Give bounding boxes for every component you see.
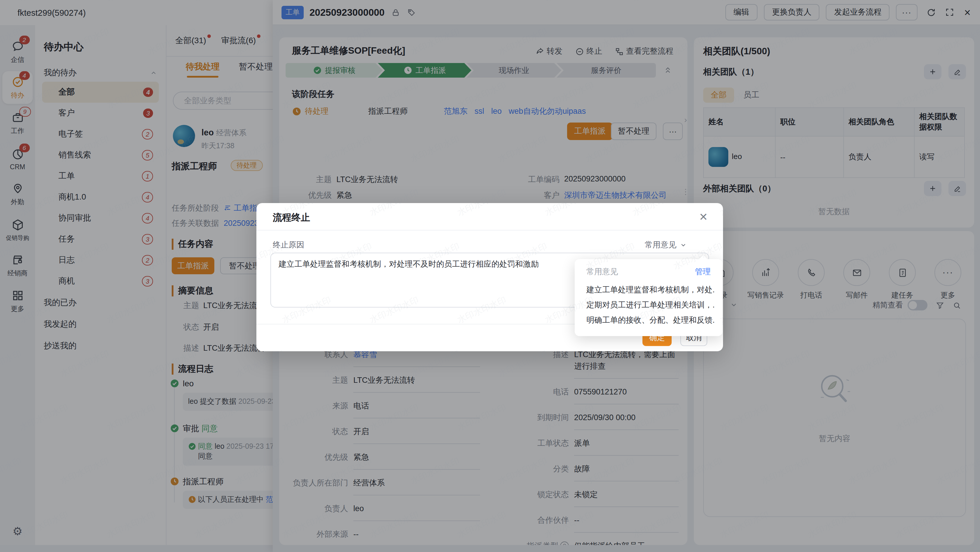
opinion-option[interactable]: 明确工单的接收、分配、处理和反馈...	[586, 315, 714, 325]
modal-title: 流程终止	[273, 212, 310, 224]
manage-link[interactable]: 管理	[695, 266, 711, 277]
common-opinions-dropdown: 常用意见 管理 建立工单处理监督和考核机制，对处... 定期对员工进行工单处理相…	[575, 259, 722, 336]
common-opinions-trigger[interactable]: 常用意见	[645, 240, 687, 250]
opinion-option[interactable]: 建立工单处理监督和考核机制，对处...	[586, 285, 714, 295]
opinion-option[interactable]: 定期对员工进行工单处理相关培训，...	[586, 300, 714, 311]
dropdown-header: 常用意见	[586, 266, 618, 277]
reason-label: 终止原因	[273, 240, 304, 250]
divider	[256, 230, 723, 230]
close-icon[interactable]: ✕	[699, 211, 708, 224]
chevron-down-icon	[680, 241, 687, 249]
app: fktest299(590274) 2 企信 4 待办 9 工作	[0, 0, 980, 552]
